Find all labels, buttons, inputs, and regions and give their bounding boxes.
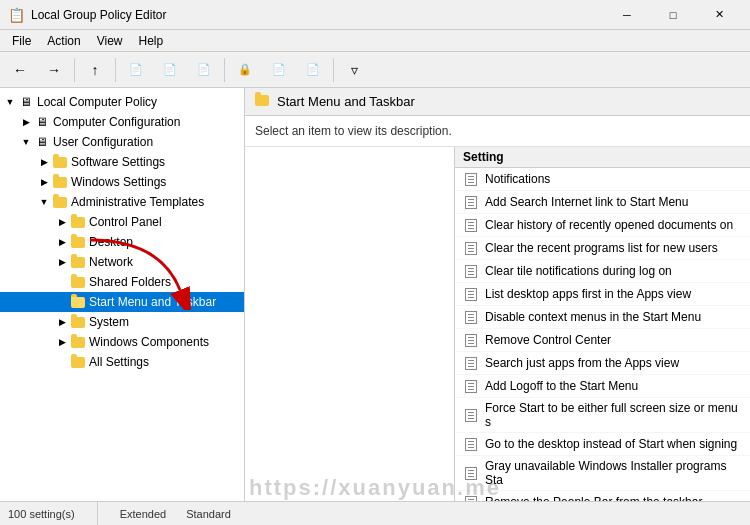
status-extended[interactable]: Extended — [120, 508, 166, 520]
policy-icon-go-to-desktop — [463, 436, 479, 452]
list-item-add-search[interactable]: Add Search Internet link to Start Menu — [455, 191, 750, 214]
list-item-label-clear-history: Clear history of recently opened documen… — [485, 218, 733, 232]
policy-icon-force-start — [463, 407, 479, 423]
expander-windows-settings[interactable]: ▶ — [36, 174, 52, 190]
folder-icon-system — [70, 314, 86, 330]
toolbar-btn-5[interactable]: 📄 — [263, 56, 295, 84]
tree-item-user-configuration[interactable]: ▼ 🖥 User Configuration — [0, 132, 244, 152]
list-header: Setting — [455, 147, 750, 168]
list-item-remove-control[interactable]: Remove Control Center — [455, 329, 750, 352]
toolbar-btn-1[interactable]: 📄 — [120, 56, 152, 84]
tree-label-software-settings: Software Settings — [71, 155, 165, 169]
up-button[interactable]: ↑ — [79, 56, 111, 84]
forward-button[interactable]: → — [38, 56, 70, 84]
tree-label-all-settings: All Settings — [89, 355, 149, 369]
right-panel: Start Menu and Taskbar Select an item to… — [245, 88, 750, 501]
tree-item-start-menu[interactable]: ▶ Start Menu and Taskbar — [0, 292, 244, 312]
expander-user-config[interactable]: ▼ — [18, 134, 34, 150]
tree-item-system[interactable]: ▶ System — [0, 312, 244, 332]
menu-file[interactable]: File — [4, 32, 39, 50]
toolbar-btn-3[interactable]: 📄 — [188, 56, 220, 84]
toolbar-separator-2 — [115, 58, 116, 82]
toolbar-btn-6[interactable]: 📄 — [297, 56, 329, 84]
expander-network[interactable]: ▶ — [54, 254, 70, 270]
description-panel — [245, 147, 455, 501]
policy-icon-search-apps — [463, 355, 479, 371]
status-count: 100 setting(s) — [8, 508, 75, 520]
toolbar-separator-4 — [333, 58, 334, 82]
list-item-clear-tile[interactable]: Clear tile notifications during log on — [455, 260, 750, 283]
tree-label-admin-templates: Administrative Templates — [71, 195, 204, 209]
list-item-remove-people[interactable]: Remove the People Bar from the taskbar — [455, 491, 750, 501]
toolbar-btn-2[interactable]: 📄 — [154, 56, 186, 84]
status-separator — [97, 502, 98, 526]
menu-action[interactable]: Action — [39, 32, 88, 50]
close-button[interactable]: ✕ — [696, 0, 742, 30]
expander-desktop[interactable]: ▶ — [54, 234, 70, 250]
tree-label-start-menu: Start Menu and Taskbar — [89, 295, 216, 309]
policy-icon-gray-unavailable — [463, 465, 479, 481]
list-item-label-force-start: Force Start to be either full screen siz… — [485, 401, 742, 429]
back-button[interactable]: ← — [4, 56, 36, 84]
status-standard[interactable]: Standard — [186, 508, 231, 520]
tree-item-desktop[interactable]: ▶ Desktop — [0, 232, 244, 252]
expander-control-panel[interactable]: ▶ — [54, 214, 70, 230]
list-item-disable-context[interactable]: Disable context menus in the Start Menu — [455, 306, 750, 329]
tree-item-network[interactable]: ▶ Network — [0, 252, 244, 272]
tree-label-network: Network — [89, 255, 133, 269]
status-bar: 100 setting(s) Extended Standard — [0, 501, 750, 525]
list-item-label-search-apps: Search just apps from the Apps view — [485, 356, 679, 370]
policy-icon-remove-control — [463, 332, 479, 348]
list-item-add-logoff[interactable]: Add Logoff to the Start Menu — [455, 375, 750, 398]
folder-icon-network — [70, 254, 86, 270]
list-item-label-remove-people: Remove the People Bar from the taskbar — [485, 495, 702, 501]
title-bar-controls: ─ □ ✕ — [604, 0, 742, 30]
list-item-notifications[interactable]: Notifications — [455, 168, 750, 191]
tree-item-shared-folders[interactable]: ▶ Shared Folders — [0, 272, 244, 292]
tree-item-control-panel[interactable]: ▶ Control Panel — [0, 212, 244, 232]
folder-icon-win-components — [70, 334, 86, 350]
expander-system[interactable]: ▶ — [54, 314, 70, 330]
expander-windows-components[interactable]: ▶ — [54, 334, 70, 350]
list-item-label-gray-unavailable: Gray unavailable Windows Installer progr… — [485, 459, 742, 487]
folder-icon-software — [52, 154, 68, 170]
right-header: Start Menu and Taskbar — [245, 88, 750, 116]
list-item-force-start[interactable]: Force Start to be either full screen siz… — [455, 398, 750, 433]
expander-software-settings[interactable]: ▶ — [36, 154, 52, 170]
expander-local-computer-policy[interactable]: ▼ — [2, 94, 18, 110]
list-item-label-list-desktop: List desktop apps first in the Apps view — [485, 287, 691, 301]
list-item-gray-unavailable[interactable]: Gray unavailable Windows Installer progr… — [455, 456, 750, 491]
policy-icon-remove-people — [463, 494, 479, 501]
list-item-list-desktop[interactable]: List desktop apps first in the Apps view — [455, 283, 750, 306]
folder-icon-desktop — [70, 234, 86, 250]
right-header-title: Start Menu and Taskbar — [277, 94, 415, 109]
folder-icon-start — [70, 294, 86, 310]
expander-admin-templates[interactable]: ▼ — [36, 194, 52, 210]
list-item-label-go-to-desktop: Go to the desktop instead of Start when … — [485, 437, 737, 451]
maximize-button[interactable]: □ — [650, 0, 696, 30]
tree-item-all-settings[interactable]: ▶ All Settings — [0, 352, 244, 372]
minimize-button[interactable]: ─ — [604, 0, 650, 30]
expander-computer-config[interactable]: ▶ — [18, 114, 34, 130]
list-item-clear-history[interactable]: Clear history of recently opened documen… — [455, 214, 750, 237]
tree-item-computer-configuration[interactable]: ▶ 🖥 Computer Configuration — [0, 112, 244, 132]
tree-item-windows-components[interactable]: ▶ Windows Components — [0, 332, 244, 352]
main-area: ▼ 🖥 Local Computer Policy ▶ 🖥 Computer C… — [0, 88, 750, 501]
tree-item-local-computer-policy[interactable]: ▼ 🖥 Local Computer Policy — [0, 92, 244, 112]
title-bar: 📋 Local Group Policy Editor ─ □ ✕ — [0, 0, 750, 30]
menu-view[interactable]: View — [89, 32, 131, 50]
list-item-label-clear-tile: Clear tile notifications during log on — [485, 264, 672, 278]
tree-panel: ▼ 🖥 Local Computer Policy ▶ 🖥 Computer C… — [0, 88, 245, 501]
list-item-go-to-desktop[interactable]: Go to the desktop instead of Start when … — [455, 433, 750, 456]
toolbar-separator-1 — [74, 58, 75, 82]
tree-item-admin-templates[interactable]: ▼ Administrative Templates — [0, 192, 244, 212]
menu-help[interactable]: Help — [131, 32, 172, 50]
list-item-label-add-logoff: Add Logoff to the Start Menu — [485, 379, 638, 393]
filter-button[interactable]: ▿ — [338, 56, 370, 84]
list-item-clear-recent[interactable]: Clear the recent programs list for new u… — [455, 237, 750, 260]
tree-item-windows-settings[interactable]: ▶ Windows Settings — [0, 172, 244, 192]
toolbar: ← → ↑ 📄 📄 📄 🔒 📄 📄 ▿ — [0, 52, 750, 88]
list-item-search-apps[interactable]: Search just apps from the Apps view — [455, 352, 750, 375]
tree-item-software-settings[interactable]: ▶ Software Settings — [0, 152, 244, 172]
toolbar-btn-4[interactable]: 🔒 — [229, 56, 261, 84]
